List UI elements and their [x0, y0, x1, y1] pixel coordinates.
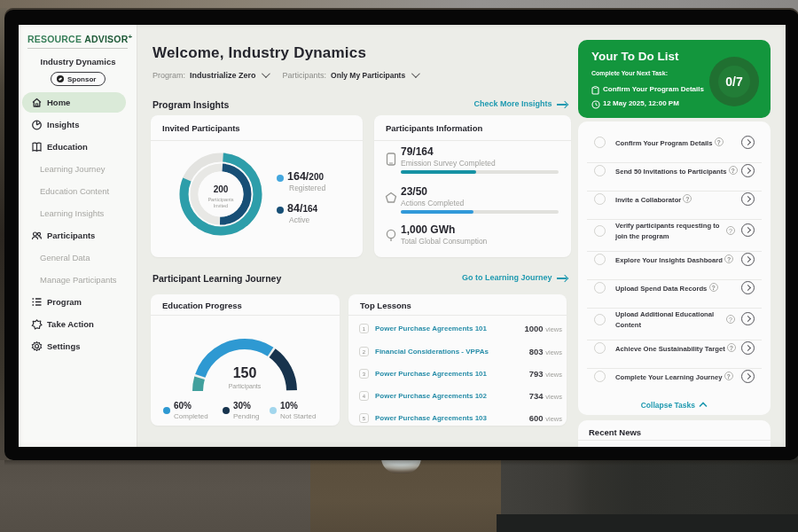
svg-text:Invited: Invited: [214, 203, 228, 208]
svg-text:Participants: Participants: [229, 383, 262, 390]
svg-text:200: 200: [214, 184, 229, 194]
svg-text:150: 150: [233, 365, 257, 380]
svg-text:Participants: Participants: [207, 197, 233, 202]
